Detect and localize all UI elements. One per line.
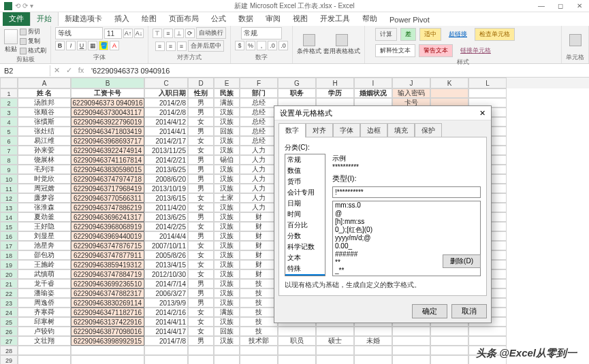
cell[interactable]: 龙千睿 bbox=[18, 279, 71, 288]
cell[interactable]: 技 bbox=[240, 279, 278, 288]
style-moderate[interactable]: 适中 bbox=[419, 28, 441, 41]
cell[interactable] bbox=[468, 336, 507, 346]
formula-input[interactable]: '62290946373 0940916 bbox=[87, 65, 589, 76]
bold-button[interactable]: B bbox=[55, 41, 65, 50]
cell[interactable]: 2014/4/17 bbox=[144, 327, 188, 336]
cell[interactable]: 男 bbox=[188, 174, 214, 184]
cell[interactable]: 男 bbox=[188, 298, 214, 308]
tab-powerpivot[interactable]: Power Pivot bbox=[383, 14, 436, 26]
column-header-cell[interactable]: 入职日期 bbox=[144, 88, 188, 98]
cell[interactable]: 周冠嫦 bbox=[18, 184, 71, 193]
cell[interactable]: 未婚 bbox=[354, 336, 392, 346]
cell[interactable]: 汉族 bbox=[214, 117, 240, 127]
cell[interactable]: 王好隐 bbox=[18, 222, 71, 231]
select-all-corner[interactable] bbox=[0, 78, 18, 88]
cell[interactable]: 汉族 bbox=[214, 174, 240, 184]
cell[interactable]: 2014/4/12 bbox=[144, 117, 188, 127]
cell[interactable]: 622909463471182716 bbox=[71, 308, 144, 317]
category-item[interactable]: 会计专用 bbox=[285, 187, 325, 198]
row-header[interactable]: 12 bbox=[0, 193, 18, 203]
wrap-text-button[interactable]: 自动换行 bbox=[196, 27, 226, 39]
cancel-formula-icon[interactable]: ✕ bbox=[50, 66, 63, 75]
cell[interactable]: 满族 bbox=[214, 308, 240, 317]
column-header-cell[interactable]: 性别 bbox=[188, 88, 214, 98]
type-item[interactable]: @ bbox=[333, 210, 480, 218]
cell[interactable] bbox=[430, 346, 468, 355]
currency-button[interactable]: $ bbox=[235, 41, 244, 50]
cell[interactable]: 2013/6/25 bbox=[144, 165, 188, 174]
cell[interactable] bbox=[430, 327, 468, 336]
cell[interactable]: 财 bbox=[240, 212, 278, 222]
fill-color-button[interactable]: 🪣 bbox=[99, 41, 108, 50]
row-header[interactable]: 25 bbox=[0, 317, 18, 327]
cell[interactable]: 汉族 bbox=[214, 136, 240, 146]
cell[interactable]: 2008/6/20 bbox=[144, 174, 188, 184]
row-header[interactable]: 1 bbox=[0, 88, 18, 98]
cells-icon[interactable] bbox=[569, 34, 582, 46]
cell[interactable]: 人力 bbox=[240, 193, 278, 203]
category-item[interactable]: 特殊 bbox=[285, 263, 325, 274]
cell[interactable]: 人力 bbox=[240, 184, 278, 193]
row-header[interactable]: 9 bbox=[0, 165, 18, 174]
cell[interactable]: 汉族 bbox=[214, 212, 240, 222]
cell[interactable]: 满族 bbox=[214, 98, 240, 107]
cell[interactable]: 男 bbox=[188, 107, 214, 117]
column-header-cell[interactable]: 姓 名 bbox=[18, 88, 71, 98]
dlg-tab-font[interactable]: 字体 bbox=[333, 123, 360, 137]
type-item[interactable]: yyyy/m/d;@ bbox=[333, 234, 480, 242]
cell[interactable]: 人力 bbox=[240, 146, 278, 155]
align-middle-button[interactable]: ≡ bbox=[163, 29, 173, 38]
cell[interactable]: 文壮翔 bbox=[18, 336, 71, 346]
cell[interactable]: 汉族 bbox=[214, 269, 240, 279]
type-item[interactable]: _******* bbox=[333, 275, 480, 276]
cell[interactable]: 男 bbox=[188, 98, 214, 107]
cell[interactable] bbox=[468, 327, 507, 336]
cell[interactable]: 毛列洋 bbox=[18, 165, 71, 174]
percent-button[interactable]: % bbox=[246, 41, 255, 50]
minimize-button[interactable]: — bbox=[532, 2, 551, 10]
category-item[interactable]: 货币 bbox=[285, 176, 325, 187]
border-button[interactable]: ▦ bbox=[88, 41, 97, 50]
type-item[interactable]: mm:ss.0 bbox=[333, 201, 480, 210]
cell[interactable]: 女 bbox=[188, 317, 214, 327]
row-header[interactable]: 21 bbox=[0, 279, 18, 288]
cell[interactable]: 女 bbox=[188, 203, 214, 212]
cell[interactable]: 总经 bbox=[240, 117, 278, 127]
cell[interactable]: 汉族 bbox=[214, 165, 240, 174]
style-warn[interactable]: 警告文本 bbox=[419, 44, 453, 57]
cell[interactable]: 2013/6/15 bbox=[144, 193, 188, 203]
col-header[interactable]: C bbox=[144, 78, 188, 88]
cell[interactable]: 2014/4/11 bbox=[144, 317, 188, 327]
tab-dev[interactable]: 开发工具 bbox=[314, 12, 356, 26]
tab-data[interactable]: 数据 bbox=[232, 12, 259, 26]
cell[interactable]: 男 bbox=[188, 184, 214, 193]
tab-draw[interactable]: 绘图 bbox=[136, 12, 163, 26]
cell[interactable] bbox=[392, 327, 430, 336]
cell[interactable]: 2005/8/26 bbox=[144, 250, 188, 260]
cell[interactable]: 622909463747877911 bbox=[71, 250, 144, 260]
cell[interactable]: 时觉欣 bbox=[18, 174, 71, 184]
cell[interactable]: 622909463471803419 bbox=[71, 127, 144, 136]
cell[interactable]: 622909463877098016 bbox=[71, 327, 144, 336]
cell[interactable]: 汉族 bbox=[214, 146, 240, 155]
cell[interactable]: 汉族 bbox=[214, 203, 240, 212]
cell[interactable] bbox=[392, 336, 430, 346]
cell[interactable]: 汉族 bbox=[214, 250, 240, 260]
underline-button[interactable]: U bbox=[77, 41, 86, 50]
cell[interactable]: 622909463922796019 bbox=[71, 117, 144, 127]
orientation-button[interactable]: ⟳ bbox=[185, 29, 195, 38]
cell[interactable]: 2007/10/11 bbox=[144, 241, 188, 250]
cell[interactable] bbox=[278, 327, 316, 336]
cell[interactable]: 邵包劝 bbox=[18, 250, 71, 260]
paste-button[interactable]: 粘贴 bbox=[4, 29, 18, 54]
category-item[interactable]: 百分比 bbox=[285, 220, 325, 231]
col-header[interactable]: K bbox=[430, 78, 468, 88]
font-size-select[interactable]: 11 bbox=[104, 29, 122, 39]
cell[interactable]: 女 bbox=[188, 117, 214, 127]
dialog-close-icon[interactable]: ✕ bbox=[479, 109, 485, 118]
merge-button[interactable]: 合并后居中 bbox=[188, 40, 224, 52]
cell[interactable] bbox=[240, 346, 278, 355]
cell[interactable] bbox=[316, 327, 354, 336]
category-item[interactable]: 日期 bbox=[285, 198, 325, 209]
increase-font-button[interactable]: A↑ bbox=[123, 29, 133, 38]
